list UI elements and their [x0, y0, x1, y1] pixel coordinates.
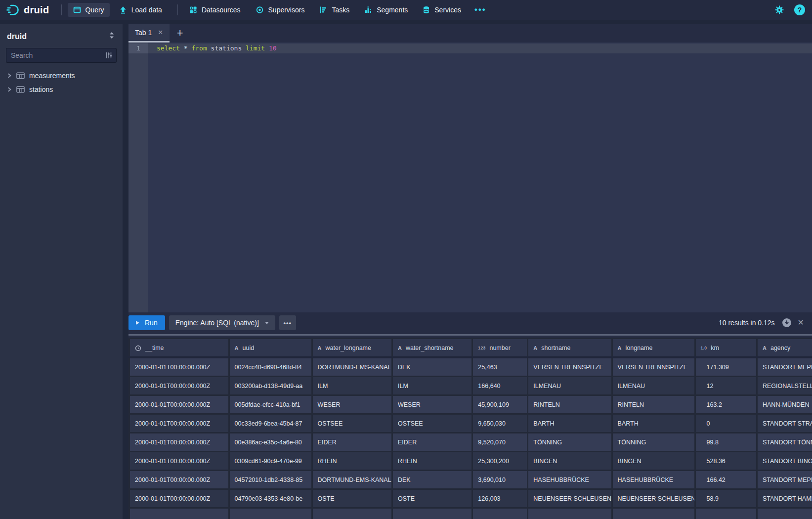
tree-item-stations[interactable]: stations	[0, 83, 123, 96]
cell-water_longname[interactable]: DORTMUND-EMS-KANAL	[312, 471, 392, 489]
cell-water_shortname[interactable]: DEK	[392, 471, 472, 489]
cell-__time[interactable]: 2000-01-01T00:00:00.000Z	[129, 489, 229, 508]
cell-water_longname[interactable]: ILM	[312, 377, 392, 395]
cell-shortname[interactable]: BARTH	[528, 414, 612, 433]
cell-number[interactable]: 9,650,030	[472, 414, 528, 433]
cell-water_longname[interactable]: DORTMUND-EMS-KANAL	[312, 357, 392, 377]
cell-agency[interactable]: REGIONALSTELLE SUHL	[757, 377, 812, 395]
cell-km[interactable]: 528.36	[695, 452, 757, 471]
cell-__time[interactable]: 2000-01-01T00:00:00.000Z	[129, 471, 229, 489]
column-header-shortname[interactable]: Ashortname	[528, 339, 612, 358]
column-header-km[interactable]: 1.0km	[695, 339, 757, 358]
cell-number[interactable]: 25,463	[472, 357, 528, 377]
cell-agency[interactable]: STANDORT TÖNNING	[757, 433, 812, 452]
cell-water_shortname[interactable]: OSTSEE	[392, 414, 472, 433]
cell-__time[interactable]: 2000-01-01T00:00:00.000Z	[129, 414, 229, 433]
cell-uuid[interactable]: 0024cc40-d690-468d-84	[229, 357, 312, 377]
cell-agency[interactable]: STANDORT BINGEN	[757, 452, 812, 471]
nav-item-segments[interactable]: Segments	[359, 3, 413, 17]
cell-water_longname[interactable]: WESER	[312, 395, 392, 414]
cell-longname[interactable]: HASEHUBBRÜCKE	[612, 471, 695, 489]
cell-km[interactable]	[695, 508, 757, 519]
cell-uuid[interactable]: 00e386ac-e35c-4a6e-80	[229, 433, 312, 452]
cell-number[interactable]: 25,300,200	[472, 452, 528, 471]
nav-item-services[interactable]: Services	[417, 3, 467, 17]
cell-water_shortname[interactable]	[392, 508, 472, 519]
download-results-icon[interactable]	[782, 318, 792, 328]
cell-uuid[interactable]: 04790e03-4353-4e80-be	[229, 489, 312, 508]
cell-longname[interactable]: TÖNNING	[612, 433, 695, 452]
cell-km[interactable]: 58.9	[695, 489, 757, 508]
cell-longname[interactable]: NEUENSEER SCHLEUSEN	[612, 489, 695, 508]
cell-shortname[interactable]: NEUENSEER SCHLEUSEN	[528, 489, 612, 508]
column-header-agency[interactable]: Aagency	[757, 339, 812, 358]
cell-__time[interactable]: 2000-01-01T00:00:00.000Z	[129, 433, 229, 452]
cell-__time[interactable]: 2000-01-01T00:00:00.000Z	[129, 377, 229, 395]
nav-item-datasources[interactable]: Datasources	[184, 3, 246, 17]
cell-agency[interactable]: HANN-MÜNDEN	[757, 395, 812, 414]
cell-agency[interactable]: STANDORT MEPPEN	[757, 471, 812, 489]
cell-shortname[interactable]: HASEHUBBRÜCKE	[528, 471, 612, 489]
cell-water_longname[interactable]: EIDER	[312, 433, 392, 452]
schema-selector[interactable]: druid	[0, 24, 123, 48]
cell-uuid[interactable]: 00c33ed9-6bea-45b4-87	[229, 414, 312, 433]
column-header-water_shortname[interactable]: Awater_shortname	[392, 339, 472, 358]
cell-uuid[interactable]	[229, 508, 312, 519]
cell-shortname[interactable]: RINTELN	[528, 395, 612, 414]
cell-uuid[interactable]: 04572010-1db2-4338-85	[229, 471, 312, 489]
cell-km[interactable]: 12	[695, 377, 757, 395]
cell-longname[interactable]: ILMENAU	[612, 377, 695, 395]
cell-water_shortname[interactable]: EIDER	[392, 433, 472, 452]
nav-item-load-data[interactable]: Load data	[114, 3, 168, 17]
column-header-water_longname[interactable]: Awater_longname	[312, 339, 392, 358]
run-button[interactable]: Run	[128, 315, 165, 330]
cell-water_longname[interactable]: RHEIN	[312, 452, 392, 471]
cell-__time[interactable]: 2000-01-01T00:00:00.000Z	[129, 395, 229, 414]
cell-water_shortname[interactable]: RHEIN	[392, 452, 472, 471]
search-input[interactable]	[6, 48, 117, 63]
column-header-number[interactable]: 123number	[472, 339, 528, 358]
cell-number[interactable]: 3,690,010	[472, 471, 528, 489]
cell-agency[interactable]: STANDORT MEPPEN	[757, 357, 812, 377]
nav-item-query[interactable]: Query	[68, 3, 110, 17]
cell-agency[interactable]	[757, 508, 812, 519]
cell-shortname[interactable]: TÖNNING	[528, 433, 612, 452]
cell-km[interactable]: 163.2	[695, 395, 757, 414]
cell-longname[interactable]: RINTELN	[612, 395, 695, 414]
druid-logo-icon[interactable]	[6, 3, 21, 16]
cell-__time[interactable]: 2000-01-01T00:00:00.000Z	[129, 452, 229, 471]
cell-shortname[interactable]	[528, 508, 612, 519]
nav-item-supervisors[interactable]: Supervisors	[250, 3, 310, 17]
cell-number[interactable]: 9,520,070	[472, 433, 528, 452]
cell-longname[interactable]: BARTH	[612, 414, 695, 433]
cell-agency[interactable]: STANDORT STRALSUND	[757, 414, 812, 433]
engine-select[interactable]: Engine: Auto [SQL (native)]	[169, 315, 275, 330]
tab-close-icon[interactable]: ✕	[158, 29, 163, 36]
cell-water_longname[interactable]	[312, 508, 392, 519]
column-header-__time[interactable]: __time	[129, 339, 229, 358]
cell-number[interactable]	[472, 508, 528, 519]
cell-shortname[interactable]: VERSEN TRENNSPITZE	[528, 357, 612, 377]
column-header-uuid[interactable]: Auuid	[229, 339, 312, 358]
cell-shortname[interactable]: ILMENAU	[528, 377, 612, 395]
cell-longname[interactable]	[612, 508, 695, 519]
help-icon[interactable]: ?	[794, 4, 805, 15]
cell-water_longname[interactable]: OSTSEE	[312, 414, 392, 433]
cell-uuid[interactable]: 003200ab-d138-49d9-aa	[229, 377, 312, 395]
nav-item-tasks[interactable]: Tasks	[314, 3, 355, 17]
sql-editor[interactable]: 1 select * from stations limit 10	[128, 43, 812, 312]
nav-more-button[interactable]: •••	[470, 5, 490, 15]
query-more-button[interactable]: •••	[279, 315, 296, 330]
cell-km[interactable]: 99.8	[695, 433, 757, 452]
cell-water_longname[interactable]: OSTE	[312, 489, 392, 508]
cell-longname[interactable]: VERSEN TRENNSPITZE	[612, 357, 695, 377]
cell-longname[interactable]: BINGEN	[612, 452, 695, 471]
cell-km[interactable]: 166.42	[695, 471, 757, 489]
cell-uuid[interactable]: 0309cd61-90c9-470e-99	[229, 452, 312, 471]
new-tab-button[interactable]: +	[170, 24, 190, 43]
cell-__time[interactable]	[129, 508, 229, 519]
close-results-icon[interactable]: ✕	[798, 319, 804, 327]
brand-wordmark[interactable]: druid	[24, 4, 49, 16]
tree-item-measurements[interactable]: measurements	[0, 69, 123, 83]
cell-number[interactable]: 45,900,109	[472, 395, 528, 414]
